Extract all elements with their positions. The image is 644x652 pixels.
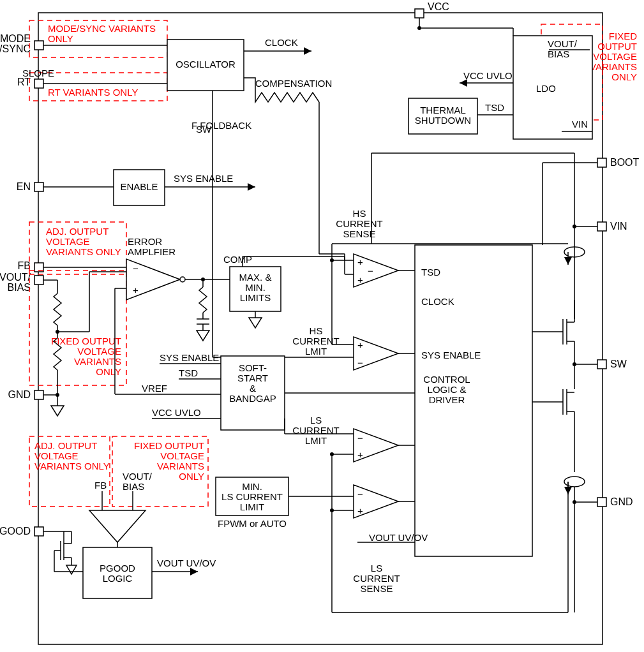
pin-gnd-right-label: GND: [610, 496, 633, 507]
svg-text:+: +: [357, 505, 363, 516]
pin-en: [34, 182, 43, 191]
pin-pgood-label: PGOOD: [0, 526, 31, 537]
label-clock: CLOCK: [265, 37, 298, 48]
label-tsd-ldo: TSD: [485, 102, 504, 113]
ls-mosfet: [532, 364, 574, 472]
label-tsd-ctrl: TSD: [421, 267, 440, 278]
label-vcc-uvlo-ldo: VCC UVLO: [463, 70, 513, 81]
svg-point-90: [573, 225, 576, 228]
svg-text:−: −: [357, 489, 363, 500]
bubble-error-amp: [180, 277, 185, 282]
block-control-label: CONTROLLOGIC &DRIVER: [423, 374, 470, 405]
label-ls-limit: LSCURRENTLMIT: [292, 415, 339, 446]
pin-boot: [597, 158, 606, 167]
pin-gnd-right: [597, 498, 606, 507]
label-sys-enable-ss: SYS ENABLE: [160, 352, 219, 363]
label-vout-uvov-ctrl: VOUT UV/OV: [369, 532, 428, 543]
anno-fixed-out3-label: FIXEDOUTPUTVOLTAGEVARIANTSONLY: [590, 31, 637, 82]
label-tsd-ss: TSD: [179, 367, 198, 378]
anno-mode-sync-variants-label: MODE/SYNC VARIANTSONLY: [48, 23, 156, 44]
label-clock-ctrl: CLOCK: [421, 296, 454, 307]
pin-rt: [34, 79, 43, 88]
label-sys-en-ctrl: SYS ENABLE: [421, 350, 481, 360]
label-vref: VREF: [142, 383, 167, 394]
svg-text:−: −: [133, 263, 139, 274]
svg-text:−: −: [357, 357, 363, 368]
arrow-sys-enable: [248, 183, 255, 191]
svg-point-14: [201, 278, 205, 281]
label-comp: COMP: [223, 254, 252, 265]
label-ls-sense: LSCURRENTSENSE: [353, 563, 400, 594]
svg-text:+: +: [357, 256, 363, 267]
pin-en-label: EN: [17, 181, 31, 192]
arrow-vout-uvov-pgood: [190, 568, 198, 575]
arrow-clock: [304, 47, 311, 55]
pin-vin-right-label: VIN: [610, 221, 627, 232]
pin-vcc-label: VCC: [428, 1, 449, 12]
pin-pgood: [34, 527, 43, 536]
svg-text:−: −: [357, 433, 363, 443]
gnd-icon-maxmin: [249, 318, 262, 328]
pin-vout-bias-label: VOUT/BIAS: [0, 272, 31, 293]
pin-sw-label: SW: [610, 359, 627, 369]
pin-fb-label: FB: [18, 260, 31, 271]
svg-text:+: +: [357, 449, 363, 460]
svg-text:+: +: [357, 339, 363, 350]
pin-vin-right: [597, 222, 606, 231]
label-fb-pgood: FB: [94, 480, 107, 491]
block-pgood-logic-label: PGOODLOGIC: [100, 563, 135, 584]
label-fpwm: FPWM or AUTO: [218, 518, 287, 529]
pin-vcc: [415, 9, 424, 18]
block-thermal-label: THERMALSHUTDOWN: [415, 105, 471, 126]
hs-mosfet: [532, 300, 574, 364]
gnd-icon-left: [51, 406, 64, 416]
block-oscillator-label: OSCILLATOR: [176, 59, 236, 70]
anno-adj-out2-label: ADJ. OUTPUTVOLTAGEVARIANTS ONLY: [34, 440, 110, 471]
label-vout-uvov-pgood: VOUT UV/OV: [157, 558, 216, 568]
svg-text:+: +: [357, 274, 363, 285]
block-enable-label: ENABLE: [120, 181, 158, 192]
svg-text:+: +: [133, 285, 139, 295]
pin-mode-sync: [34, 41, 43, 50]
label-fsw-sub: SW: [196, 124, 212, 135]
resistor-top: [54, 293, 61, 325]
pin-vout-bias: [34, 276, 43, 285]
label-vcc-uvlo-ss: VCC UVLO: [152, 407, 201, 418]
label-vout-bias-pgood: VOUT/BIAS: [123, 471, 153, 492]
gnd-icon-comp: [197, 330, 209, 341]
anno-fixed-out1-label: FIXED OUTPUTVOLTAGEVARIANTSONLY: [51, 336, 121, 377]
label-vin-ldo: VIN: [572, 119, 588, 130]
pin-mode-sync-label: MODE/SYNC: [0, 33, 31, 54]
label-error-amp: ERRORAMPLFIER: [128, 236, 176, 257]
gnd-icon-pgood-fet: [66, 565, 77, 574]
anno-adj-out1-label: ADJ. OUTPUTVOLTAGEVARIANTS ONLY: [46, 226, 121, 257]
pin-gnd: [34, 390, 43, 399]
svg-text:−: −: [368, 265, 373, 276]
pin-sw: [597, 360, 606, 369]
triangle-pgood: [89, 510, 146, 542]
svg-marker-94: [564, 257, 572, 265]
resistor-comp: [199, 287, 207, 313]
pin-gnd-label: GND: [8, 389, 31, 400]
ls-sense-icon: [564, 477, 585, 487]
pin-boot-label: BOOT: [610, 157, 640, 168]
label-sys-enable: SYS ENABLE: [174, 173, 233, 184]
block-ldo-label: LDO: [536, 83, 556, 94]
anno-rt-variants-label: RT VARIANTS ONLY: [48, 87, 138, 98]
label-hs-sense: HSCURRENTSENSE: [336, 208, 382, 239]
